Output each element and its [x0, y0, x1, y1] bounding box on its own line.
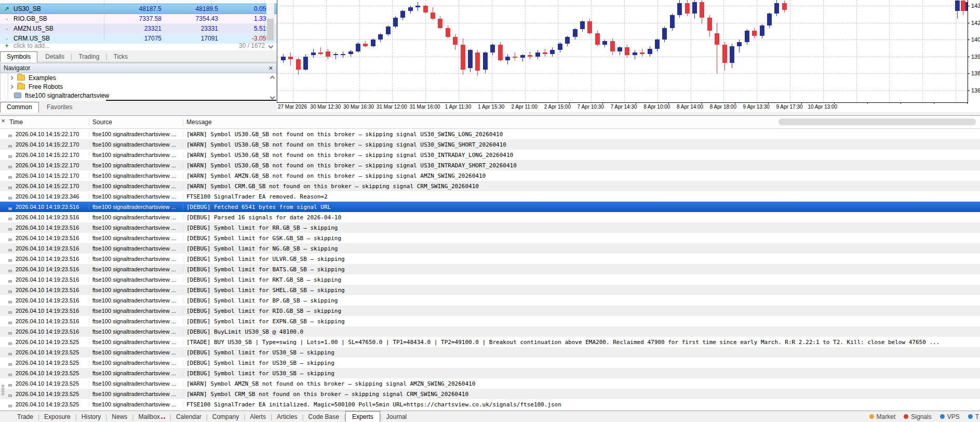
signals-icon [904, 414, 908, 419]
tab-alerts[interactable]: Alerts [245, 412, 271, 421]
log-row[interactable]: 2026.04.10 14:19:23.516ftse100 signaltra… [0, 264, 980, 274]
footer-item-market[interactable]: Market [869, 413, 896, 420]
log-row[interactable]: 2026.04.10 14:19:23.525ftse100 signaltra… [0, 347, 980, 358]
log-row[interactable]: 2026.04.10 14:19:23.516ftse100 signaltra… [0, 243, 980, 254]
log-row[interactable]: 2026.04.10 14:19:23.516ftse100 signaltra… [0, 222, 980, 233]
close-icon[interactable]: ✕ [269, 65, 273, 72]
log-row[interactable]: 2026.04.10 14:19:23.525ftse100 signaltra… [0, 378, 980, 389]
log-message: [DEBUG] Symbol limit for RR.GB_SB – skip… [183, 225, 980, 231]
footer-item-label: Market [877, 413, 896, 420]
tab-calendar[interactable]: Calendar [171, 412, 206, 421]
log-row[interactable]: 2026.04.10 14:19:23.516ftse100 signaltra… [0, 285, 980, 295]
log-row[interactable]: 2026.04.10 14:15:22.170ftse100 signaltra… [0, 160, 980, 170]
log-row[interactable]: 2026.04.10 14:19:23.525ftse100 signaltra… [0, 399, 980, 410]
tab-common[interactable]: Common [0, 102, 39, 113]
candle-body [610, 41, 615, 51]
candle-body [423, 6, 428, 12]
log-scrollbar-thumb[interactable] [778, 118, 976, 125]
navigator-tabbar: Common Favorites [0, 101, 277, 112]
candle-body [483, 52, 488, 70]
chevron-right-icon[interactable] [9, 84, 14, 88]
navigator-item-clipped[interactable]: ftse100 signaltraderchartsview [1, 91, 276, 100]
market-row[interactable]: ●AMZN.US_SB23321233315.51% [0, 24, 277, 34]
gridline-horizontal [277, 90, 968, 91]
navigator-item-examples[interactable]: Examples [1, 73, 276, 82]
log-row[interactable]: 2026.04.10 14:19:23.525ftse100 signaltra… [0, 337, 980, 347]
log-row[interactable]: 2026.04.10 14:19:23.516ftse100 signaltra… [0, 316, 980, 326]
column-header-time[interactable]: Time [0, 118, 89, 126]
column-divider [264, 0, 265, 41]
candle-wick [968, 0, 968, 18]
expert-advisor-icon [14, 93, 21, 98]
log-row[interactable]: 2026.04.10 14:19:23.525ftse100 signaltra… [0, 389, 980, 399]
log-message: [WARN] Symbol CRM_SB not found on this b… [183, 391, 980, 398]
log-row[interactable]: 2026.04.10 14:15:22.170ftse100 signaltra… [0, 150, 980, 160]
log-row[interactable]: 2026.04.10 14:19:23.516ftse100 signaltra… [0, 233, 980, 243]
log-row[interactable]: 2026.04.10 14:19:23.346ftse100 signaltra… [0, 191, 980, 202]
candle-body [685, 3, 690, 14]
candle-body [468, 50, 473, 68]
log-row[interactable]: 2026.04.10 14:15:22.170ftse100 signaltra… [0, 170, 980, 181]
log-row[interactable]: 2026.04.10 14:19:23.516ftse100 signaltra… [0, 254, 980, 264]
tab-exposure[interactable]: Exposure [39, 412, 75, 421]
tab-history[interactable]: History [77, 412, 105, 421]
market-watch-scrollbar[interactable] [266, 3, 274, 41]
time-axis-label: 9 Apr 13:30 [743, 104, 770, 110]
log-row[interactable]: 2026.04.10 14:15:22.170ftse100 signaltra… [0, 129, 980, 139]
market-row[interactable]: ↗US30_SB48187.548189.50.05% [0, 4, 277, 14]
chart-plot[interactable] [277, 0, 968, 103]
tab-articles[interactable]: Articles [272, 412, 302, 421]
log-row[interactable]: 2026.04.10 14:19:23.525ftse100 signaltra… [0, 358, 980, 368]
tab-trading[interactable]: Trading [72, 52, 105, 62]
market-row[interactable]: ●RIO.GB_SB7337.587354.431.33% [0, 14, 277, 24]
column-header-source[interactable]: Source [89, 118, 183, 126]
tab-company[interactable]: Company [208, 412, 244, 421]
log-row[interactable]: 2026.04.10 14:15:22.170ftse100 signaltra… [0, 181, 980, 191]
footer-item-t[interactable]: T [968, 413, 979, 420]
log-row[interactable]: 2026.04.10 14:19:23.525ftse100 signaltra… [0, 368, 980, 378]
log-row[interactable]: 2026.04.10 14:19:23.516ftse100 signaltra… [0, 274, 980, 285]
time-axis-label: 1 Apr 11:30 [445, 104, 471, 110]
log-row[interactable]: 2026.04.10 14:19:23.516ftse100 signaltra… [0, 295, 980, 306]
log-message: [WARN] Symbol CRM.GB_SB not found on thi… [183, 183, 980, 190]
log-time: 2026.04.10 14:19:23.516 [0, 308, 89, 314]
chart-area: 27 Mar 202630 Mar 12:3030 Mar 16:3031 Ma… [277, 0, 980, 112]
folder-icon [17, 75, 25, 81]
tab-trade[interactable]: Trade [12, 412, 38, 421]
market-watch-add-row[interactable]: + click to add... 30 / 1672 [0, 41, 277, 50]
log-row[interactable]: 2026.04.10 14:19:23.516ftse100 signaltra… [0, 326, 980, 337]
log-time: 2026.04.10 14:19:23.525 [0, 401, 89, 407]
tab-experts[interactable]: Experts [345, 411, 380, 422]
log-row[interactable]: 2026.04.10 14:19:23.516ftse100 signaltra… [0, 202, 980, 212]
log-row[interactable]: 2026.04.10 14:15:22.170ftse100 signaltra… [0, 139, 980, 150]
log-row[interactable]: 2026.04.10 14:19:23.516ftse100 signaltra… [0, 306, 980, 316]
candle-body [363, 44, 368, 46]
column-divider [104, 0, 104, 41]
scrollbar-thumb[interactable] [267, 19, 274, 41]
log-source: ftse100 signaltraderchartsview ... [89, 245, 183, 252]
close-icon[interactable]: ✕ [1, 118, 5, 124]
log-time: 2026.04.10 14:19:23.516 [0, 225, 89, 231]
tab-journal[interactable]: Journal [382, 412, 411, 421]
price-axis-label: 1395 [971, 54, 980, 60]
tab-ticks[interactable]: Ticks [108, 52, 135, 62]
chevron-down-icon[interactable] [269, 43, 274, 48]
log-row[interactable]: 2026.04.10 14:19:23.516ftse100 signaltra… [0, 212, 980, 222]
navigator-item-free-robots[interactable]: Free Robots [1, 82, 276, 91]
t-icon [968, 414, 973, 419]
tab-code-base[interactable]: Code Base [304, 412, 344, 421]
chevron-right-icon[interactable] [9, 75, 14, 80]
candle-body [318, 52, 323, 54]
tab-favorites[interactable]: Favorites [41, 102, 78, 112]
add-row-label[interactable]: click to add... [14, 42, 50, 49]
footer-item-label: Signals [911, 413, 931, 420]
candle-body [505, 57, 510, 61]
tab-details[interactable]: Details [39, 52, 71, 62]
footer-item-vps[interactable]: VPS [940, 413, 960, 420]
footer-item-signals[interactable]: Signals [904, 413, 931, 420]
market-watch-rows: ↗US30_SB48187.548189.50.05%●RIO.GB_SB733… [0, 0, 277, 44]
tab-mailbox[interactable]: Mailbox [133, 412, 169, 421]
tab-symbols[interactable]: Symbols [0, 51, 37, 62]
log-time: 2026.04.10 14:15:22.170 [0, 162, 89, 168]
tab-news[interactable]: News [107, 412, 132, 421]
